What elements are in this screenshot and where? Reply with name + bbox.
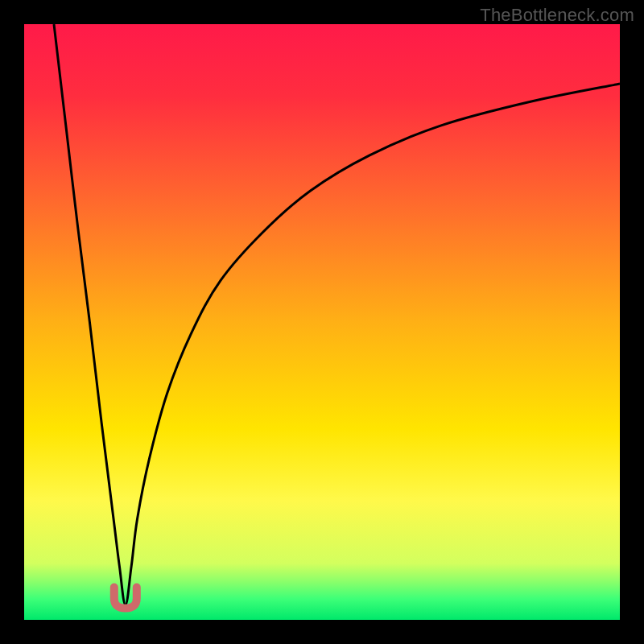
chart-frame: TheBottleneck.com bbox=[0, 0, 644, 644]
gradient-background bbox=[24, 24, 620, 620]
plot-area bbox=[24, 24, 620, 620]
watermark-text: TheBottleneck.com bbox=[480, 5, 634, 26]
chart-svg bbox=[24, 24, 620, 620]
